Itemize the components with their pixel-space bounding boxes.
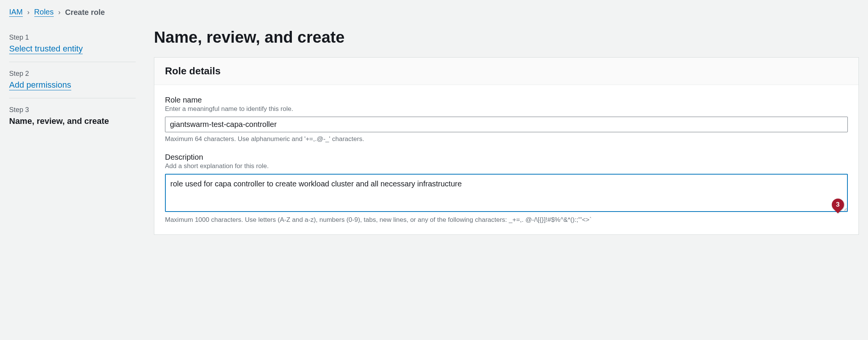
wizard-step-1: Step 1 Select trusted entity	[9, 28, 136, 59]
step-link-trusted-entity[interactable]: Select trusted entity	[9, 44, 83, 54]
wizard-step-3: Step 3 Name, review, and create	[9, 98, 136, 132]
breadcrumb-iam[interactable]: IAM	[9, 8, 23, 17]
description-hint: Add a short explanation for this role.	[165, 162, 848, 170]
role-details-panel: Role details Role name Enter a meaningfu…	[154, 57, 859, 235]
description-textarea[interactable]	[165, 174, 848, 212]
chevron-right-icon: ›	[27, 8, 30, 16]
main-content: Name, review, and create Role details Ro…	[145, 24, 868, 244]
panel-title: Role details	[165, 65, 848, 77]
description-label: Description	[165, 153, 848, 162]
step-current-name-review: Name, review, and create	[9, 116, 136, 126]
description-help: Maximum 1000 characters. Use letters (A-…	[165, 216, 848, 224]
breadcrumb-current: Create role	[65, 8, 105, 17]
step-link-add-permissions[interactable]: Add permissions	[9, 80, 71, 90]
step-number-label: Step 1	[9, 34, 136, 42]
page-title: Name, review, and create	[154, 28, 859, 47]
role-name-help: Maximum 64 characters. Use alphanumeric …	[165, 135, 848, 143]
panel-header: Role details	[154, 58, 858, 85]
role-name-input[interactable]	[165, 117, 848, 132]
step-number-label: Step 3	[9, 106, 136, 114]
step-number-label: Step 2	[9, 70, 136, 78]
chevron-right-icon: ›	[58, 8, 61, 16]
wizard-step-2: Step 2 Add permissions	[9, 62, 136, 96]
spellcheck-badge-count: 3	[836, 201, 839, 208]
role-name-field: Role name Enter a meaningful name to ide…	[165, 96, 848, 143]
role-name-hint: Enter a meaningful name to identify this…	[165, 105, 848, 113]
breadcrumb: IAM › Roles › Create role	[0, 0, 868, 24]
description-field: Description Add a short explanation for …	[165, 153, 848, 224]
breadcrumb-roles[interactable]: Roles	[34, 8, 54, 17]
wizard-steps-sidebar: Step 1 Select trusted entity Step 2 Add …	[0, 24, 145, 244]
role-name-label: Role name	[165, 96, 848, 104]
